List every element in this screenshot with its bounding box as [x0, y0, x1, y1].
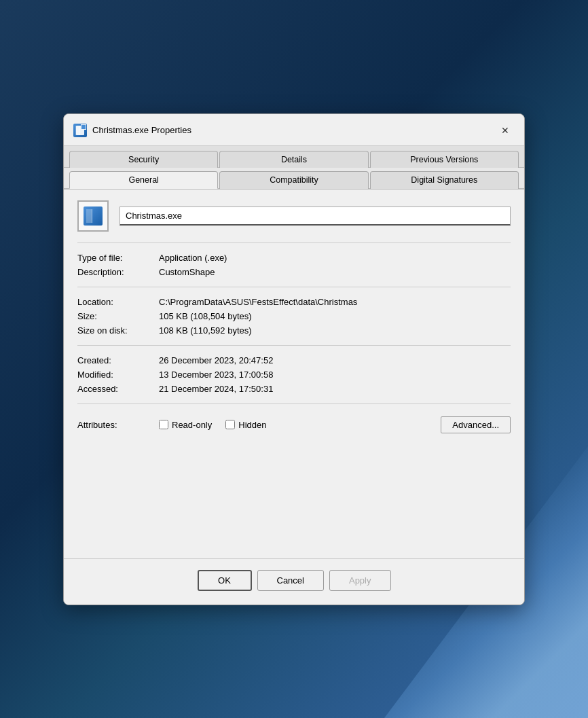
- tabs-row2: General Compatibility Digital Signatures: [64, 168, 524, 190]
- modified-label: Modified:: [77, 370, 159, 380]
- location-value: C:\ProgramData\ASUS\FestsEffect\data\Chr…: [159, 297, 511, 307]
- description-label: Description:: [77, 267, 159, 277]
- tab-security[interactable]: Security: [69, 151, 218, 168]
- separator-3: [77, 345, 511, 346]
- file-header: [77, 200, 511, 232]
- readonly-checkbox-label[interactable]: Read-only: [159, 420, 212, 430]
- tab-digital-signatures[interactable]: Digital Signatures: [370, 171, 519, 189]
- cancel-button[interactable]: Cancel: [257, 570, 324, 591]
- size-value: 105 KB (108,504 bytes): [159, 311, 511, 321]
- created-label: Created:: [77, 355, 159, 365]
- attributes-label: Attributes:: [77, 420, 159, 430]
- dates-group: Created: 26 December 2023, 20:47:52 Modi…: [77, 353, 511, 397]
- type-description-group: Type of file: Application (.exe) Descrip…: [77, 250, 511, 280]
- properties-dialog: Christmas.exe Properties ✕ Security Deta…: [63, 113, 525, 605]
- readonly-label: Read-only: [172, 420, 212, 430]
- size-on-disk-value: 108 KB (110,592 bytes): [159, 325, 511, 336]
- type-label: Type of file:: [77, 253, 159, 263]
- tab-compatibility[interactable]: Compatibility: [219, 171, 368, 189]
- readonly-checkbox[interactable]: [159, 420, 168, 429]
- hidden-checkbox[interactable]: [225, 420, 235, 429]
- separator-2: [77, 287, 511, 287]
- separator-1: [77, 243, 511, 243]
- size-label: Size:: [77, 311, 159, 321]
- tab-details[interactable]: Details: [219, 151, 368, 168]
- location-label: Location:: [77, 297, 159, 307]
- type-value: Application (.exe): [159, 253, 511, 263]
- dialog-title: Christmas.exe Properties: [92, 125, 191, 135]
- file-name-input[interactable]: [120, 207, 511, 226]
- created-value: 26 December 2023, 20:47:52: [159, 355, 511, 365]
- spacer: [64, 450, 524, 558]
- file-icon-inner: [84, 207, 103, 226]
- tab-general[interactable]: General: [69, 171, 218, 189]
- description-value: CustomShape: [159, 267, 511, 277]
- location-size-group: Location: C:\ProgramData\ASUS\FestsEffec…: [77, 294, 511, 338]
- tabs-row1: Security Details Previous Versions: [64, 146, 524, 168]
- file-icon: [77, 200, 109, 232]
- hidden-label: Hidden: [238, 420, 266, 430]
- size-on-disk-label: Size on disk:: [77, 325, 159, 336]
- title-bar: Christmas.exe Properties ✕: [64, 114, 524, 146]
- tab-previous-versions[interactable]: Previous Versions: [370, 151, 519, 168]
- app-icon: [73, 124, 87, 137]
- title-bar-left: Christmas.exe Properties: [73, 124, 191, 137]
- modified-value: 13 December 2023, 17:00:58: [159, 370, 511, 380]
- accessed-value: 21 December 2024, 17:50:31: [159, 384, 511, 394]
- advanced-button[interactable]: Advanced...: [441, 416, 511, 433]
- content-area: Type of file: Application (.exe) Descrip…: [64, 190, 524, 450]
- close-button[interactable]: ✕: [496, 121, 515, 140]
- attributes-group: Attributes: Read-only Hidden Advanced...: [77, 411, 511, 439]
- accessed-label: Accessed:: [77, 384, 159, 394]
- hidden-checkbox-label[interactable]: Hidden: [225, 420, 266, 430]
- ok-button[interactable]: OK: [198, 570, 252, 591]
- bottom-buttons: OK Cancel Apply: [64, 558, 524, 605]
- separator-4: [77, 403, 511, 404]
- attributes-controls: Read-only Hidden Advanced...: [159, 414, 511, 436]
- apply-button[interactable]: Apply: [329, 570, 391, 591]
